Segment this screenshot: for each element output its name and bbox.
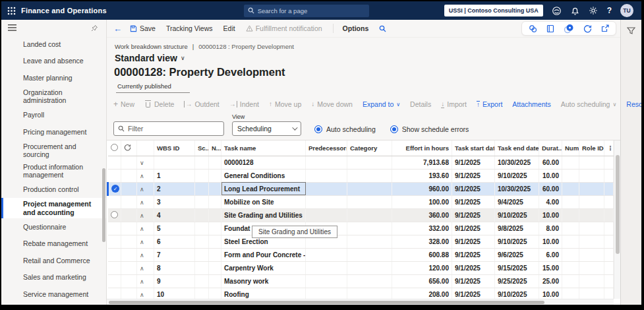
- cell-sc[interactable]: [195, 248, 209, 261]
- sidebar-scrollbar[interactable]: [102, 168, 105, 242]
- cell-wbs-id[interactable]: 1: [154, 169, 195, 182]
- cell-number[interactable]: [562, 156, 579, 169]
- waffle-icon[interactable]: [1, 1, 21, 20]
- cell-duration[interactable]: 15.00: [539, 261, 562, 274]
- cell-select[interactable]: [108, 235, 121, 248]
- cell-predecessors[interactable]: [306, 195, 347, 208]
- sidebar-item[interactable]: Service management: [1, 286, 106, 303]
- cell-expander[interactable]: [137, 235, 154, 248]
- hamburger-icon[interactable]: [8, 24, 16, 31]
- cell-start-date[interactable]: 9/1/2025: [452, 261, 495, 274]
- grid-row[interactable]: 8 Carpentry Work 120.00 9/1/2025 9/15/20…: [108, 261, 614, 274]
- action-bar-button[interactable]: Import: [441, 100, 467, 108]
- cell-predecessors[interactable]: [306, 182, 347, 195]
- scrollbar-thumb[interactable]: [109, 301, 544, 304]
- cell-wbs-id[interactable]: 4: [154, 208, 195, 222]
- cell-sc[interactable]: [195, 195, 209, 208]
- expand-chevron-icon[interactable]: [140, 265, 144, 272]
- filter-funnel-icon[interactable]: [627, 26, 635, 305]
- cell-expander[interactable]: [137, 156, 154, 169]
- cell-task-name[interactable]: Form and Pour Concrete - ...: [221, 248, 306, 261]
- cell-end-date[interactable]: 9/10/2025: [495, 169, 539, 182]
- cell-predecessors[interactable]: [306, 248, 347, 261]
- cell-end-date[interactable]: 9/4/2025: [495, 195, 539, 208]
- action-bar-button[interactable]: Indent: [229, 100, 259, 108]
- cell-task-name[interactable]: Site Grading and Utilities: [221, 208, 306, 222]
- col-start-date[interactable]: Task start date: [452, 140, 495, 156]
- cell-select[interactable]: [108, 169, 121, 182]
- col-number[interactable]: Num...: [562, 140, 579, 156]
- sidebar-item[interactable]: Production control: [1, 181, 106, 199]
- cell-duration[interactable]: 4.00: [539, 195, 562, 208]
- cell-expander[interactable]: [137, 248, 154, 261]
- cell-predecessors[interactable]: [306, 156, 347, 169]
- tracking-views-button[interactable]: Tracking Views: [166, 24, 213, 32]
- view-dropdown[interactable]: Scheduling: [232, 121, 301, 136]
- cell-expander[interactable]: [137, 195, 154, 208]
- cell-effort[interactable]: 120.00: [392, 261, 452, 274]
- bell-icon[interactable]: [570, 6, 580, 16]
- cell-end-date[interactable]: 9/10/2025: [495, 235, 539, 248]
- col-sc[interactable]: Sc...: [195, 140, 209, 156]
- radio-option[interactable]: Show schedule errors: [390, 125, 469, 133]
- cell-start-date[interactable]: 9/1/2025: [452, 208, 495, 222]
- cell-category[interactable]: [347, 274, 392, 288]
- action-bar-button[interactable]: Delete: [144, 100, 174, 108]
- action-bar-button[interactable]: Details: [410, 100, 431, 108]
- cell-role-id[interactable]: [579, 261, 604, 274]
- cell-category[interactable]: [347, 182, 392, 195]
- avatar[interactable]: TU: [620, 4, 633, 17]
- cell-n[interactable]: [209, 195, 221, 208]
- action-bar-button[interactable]: Export: [477, 100, 502, 108]
- sidebar-item[interactable]: Sales and marketing: [1, 269, 106, 286]
- col-wbs-id[interactable]: WBS ID: [154, 140, 195, 156]
- cell-number[interactable]: [562, 222, 579, 235]
- cell-sc[interactable]: [195, 169, 209, 182]
- edit-button[interactable]: Edit: [223, 24, 235, 32]
- col-role-id[interactable]: Role ID: [579, 140, 604, 156]
- global-search[interactable]: [244, 5, 369, 17]
- expand-chevron-icon[interactable]: [140, 199, 144, 206]
- cell-select[interactable]: [108, 248, 121, 261]
- cell-duration[interactable]: 10.00: [539, 169, 562, 182]
- grid-horizontal-scrollbar[interactable]: [107, 299, 614, 305]
- col-options-icon[interactable]: ⋮: [604, 140, 614, 156]
- cell-role-id[interactable]: [579, 169, 604, 182]
- expand-chevron-icon[interactable]: [140, 252, 144, 259]
- cell-start-date[interactable]: 9/1/2025: [452, 274, 495, 288]
- global-search-input[interactable]: [258, 7, 365, 15]
- refresh-icon[interactable]: [583, 24, 592, 33]
- cell-end-date[interactable]: 10/30/2025: [495, 182, 539, 195]
- cell-wbs-id[interactable]: 7: [154, 248, 195, 261]
- scrollbar-thumb[interactable]: [616, 155, 620, 254]
- cell-n[interactable]: [209, 248, 221, 261]
- breadcrumb-item-wbs[interactable]: Work breakdown structure: [115, 43, 188, 50]
- cell-duration[interactable]: 10.00: [539, 208, 562, 222]
- sidebar-item[interactable]: Procurement and sourcing: [1, 140, 106, 161]
- expand-chevron-icon[interactable]: [140, 160, 144, 166]
- action-bar-button[interactable]: Auto scheduling: [561, 100, 617, 108]
- cell-end-date[interactable]: 9/6/2025: [495, 248, 539, 261]
- grid-row[interactable]: 2 Long Lead Procurement 960.00 9/1/2025 …: [108, 182, 614, 195]
- cell-category[interactable]: [347, 222, 392, 235]
- cell-sc[interactable]: [195, 156, 209, 169]
- cell-task-name[interactable]: Masonry work: [221, 274, 306, 288]
- col-end-date[interactable]: Task end date: [495, 140, 539, 156]
- cell-role-id[interactable]: [579, 195, 604, 208]
- cell-duration[interactable]: 60.00: [539, 182, 562, 195]
- cell-effort[interactable]: 656.00: [392, 274, 452, 288]
- action-bar-button[interactable]: Move down: [311, 100, 353, 108]
- grid-row[interactable]: 00000128 7,913.68 9/1/2025 10/30/2025 60…: [108, 156, 614, 169]
- cell-number[interactable]: [562, 274, 579, 288]
- cell-effort[interactable]: 600.88: [392, 248, 452, 261]
- filter-input[interactable]: [128, 125, 220, 133]
- cell-effort[interactable]: 360.00: [392, 208, 452, 222]
- cell-predecessors[interactable]: [306, 261, 347, 274]
- sidebar-item[interactable]: Retail and Commerce: [1, 252, 106, 269]
- cell-category[interactable]: [347, 195, 392, 208]
- cell-n[interactable]: [209, 235, 221, 248]
- col-effort[interactable]: Effort in hours: [392, 140, 452, 156]
- cell-number[interactable]: [562, 169, 579, 182]
- cell-role-id[interactable]: [579, 274, 604, 288]
- cell-task-name[interactable]: Mobilize on Site: [221, 195, 306, 208]
